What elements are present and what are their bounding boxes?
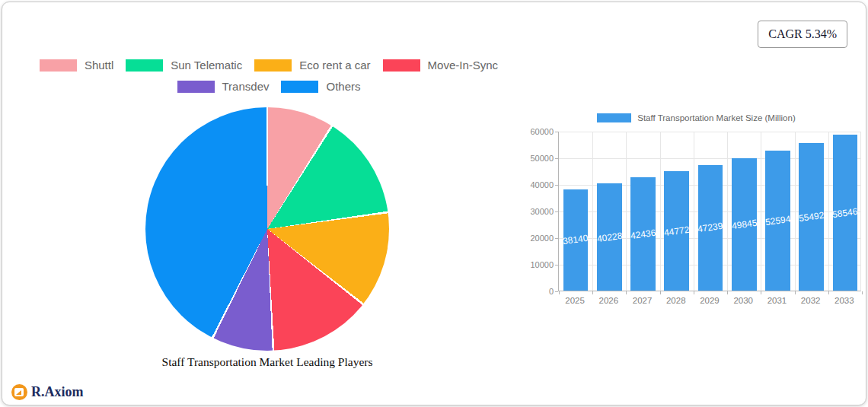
- legend-item-others[interactable]: Others: [281, 80, 360, 93]
- bar-value-label: 44772: [663, 224, 690, 238]
- bar-2030[interactable]: 49845: [732, 158, 757, 291]
- bar-value-label: 52594: [764, 214, 791, 228]
- legend-swatch: [254, 59, 292, 72]
- x-axis-label: 2031: [760, 296, 793, 305]
- y-axis-label: 40000: [526, 180, 554, 189]
- legend-label: Move-In-Sync: [428, 59, 499, 72]
- x-axis-labels: 202520262027202820292030203120322033: [558, 296, 861, 308]
- x-axis-label: 2026: [592, 296, 625, 305]
- x-axis-tick: [795, 291, 796, 294]
- bar-value-label: 42436: [630, 227, 656, 241]
- x-axis-tick: [727, 291, 728, 294]
- y-axis-label: 20000: [526, 234, 554, 243]
- x-axis-tick: [592, 291, 593, 294]
- y-axis-tick: [555, 265, 558, 266]
- legend-label: Sun Telematic: [171, 59, 242, 72]
- legend-swatch: [40, 59, 77, 72]
- bar-2032[interactable]: 55492: [799, 143, 824, 291]
- legend-label: Eco rent a car: [299, 59, 370, 72]
- x-axis-tick: [862, 291, 863, 294]
- x-axis-tick: [660, 291, 661, 294]
- bar-2029[interactable]: 47239: [698, 165, 723, 291]
- bar-2027[interactable]: 42436: [630, 177, 656, 291]
- x-axis-tick: [828, 291, 829, 294]
- bar-value-label: 38140: [563, 233, 589, 247]
- y-axis-label: 10000: [526, 260, 554, 269]
- bar-value-label: 40228: [596, 230, 623, 244]
- bar-plot: 3814040228424364477247239498455259455492…: [558, 132, 861, 291]
- x-axis-tick: [626, 291, 627, 294]
- legend-item-sun-telematic[interactable]: Sun Telematic: [126, 59, 242, 72]
- cagr-badge: CAGR 5.34%: [758, 21, 847, 48]
- legend-swatch: [281, 81, 318, 93]
- brand-logo: R.Axiom: [11, 384, 84, 400]
- legend-item-move-in-sync[interactable]: Move-In-Sync: [383, 59, 499, 72]
- bar-2028[interactable]: 44772: [664, 171, 689, 291]
- x-axis-tick: [761, 291, 761, 294]
- x-axis-label: 2027: [625, 296, 659, 305]
- bar-2033[interactable]: 58546: [833, 135, 858, 291]
- legend-item-transdev[interactable]: Transdev: [177, 80, 270, 93]
- y-axis-tick: [555, 185, 558, 186]
- x-axis-label: 2033: [828, 296, 861, 305]
- report-card: CAGR 5.34% Shuttl Sun Telematic Eco rent…: [2, 2, 866, 405]
- x-axis-tick: [694, 291, 694, 294]
- legend-item-eco-rent-a-car[interactable]: Eco rent a car: [254, 59, 370, 72]
- y-axis-label: 30000: [526, 207, 554, 216]
- bar-2025[interactable]: 38140: [563, 189, 589, 291]
- x-axis-tick: [559, 291, 560, 294]
- x-axis-label: 2028: [659, 296, 693, 305]
- bar-2026[interactable]: 40228: [597, 183, 622, 291]
- y-axis-label: 0: [526, 287, 554, 296]
- bar-chart: Staff Transportation Market Size (Millio…: [526, 109, 866, 316]
- brand-name: R.Axiom: [31, 384, 84, 400]
- x-axis-label: 2032: [794, 296, 828, 305]
- y-axis-tick: [555, 158, 558, 159]
- pie-chart-title: Staff Transportation Market Leading Play…: [77, 355, 458, 369]
- bar-value-label: 55492: [798, 210, 825, 224]
- bar-value-label: 49845: [731, 218, 758, 232]
- bar-value-label: 58546: [831, 205, 858, 220]
- legend-label: Transdev: [222, 80, 270, 93]
- bar-2031[interactable]: 52594: [765, 151, 790, 291]
- y-axis-tick: [555, 238, 558, 239]
- brand-logo-icon: [11, 384, 27, 400]
- legend-label: Shuttl: [85, 59, 113, 72]
- y-axis-label: 50000: [526, 154, 554, 163]
- bar-value-label: 47239: [697, 221, 723, 235]
- legend-item-shuttl[interactable]: Shuttl: [40, 59, 113, 72]
- pie-chart[interactable]: [145, 107, 389, 351]
- y-axis-label: 60000: [526, 127, 554, 136]
- x-axis-label: 2029: [693, 296, 726, 305]
- legend-label: Others: [326, 80, 360, 93]
- legend-swatch: [177, 81, 215, 93]
- y-axis-tick: [555, 132, 558, 132]
- x-axis-label: 2025: [558, 296, 592, 305]
- legend-swatch: [383, 59, 420, 72]
- legend-swatch: [126, 59, 163, 72]
- bar-plot-wrap: 3814040228424364477247239498455259455492…: [526, 109, 866, 316]
- y-axis-tick: [555, 211, 558, 212]
- y-axis-tick: [555, 291, 558, 292]
- pie-legend: Shuttl Sun Telematic Eco rent a car Move…: [2, 59, 535, 93]
- x-axis-label: 2030: [726, 296, 760, 305]
